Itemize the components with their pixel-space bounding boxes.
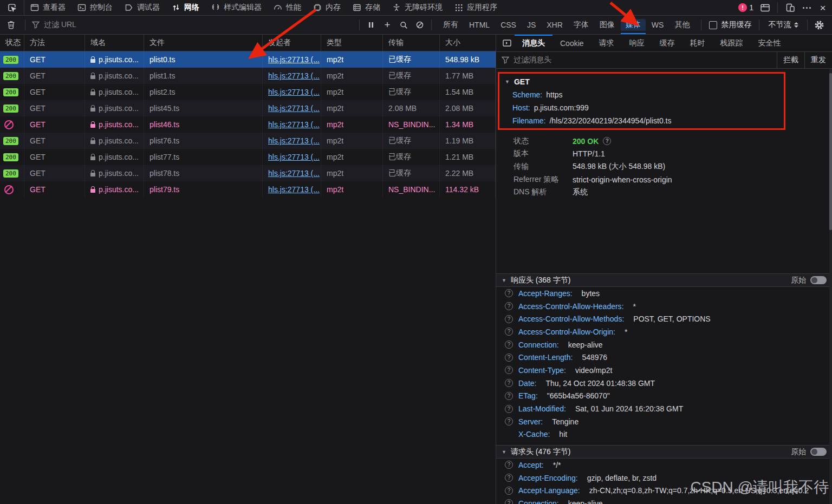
initiator-link[interactable]: hls.js:27713 (... [268,71,320,80]
help-icon[interactable]: ? [505,417,513,426]
column-header-3[interactable]: 域名 [85,35,144,51]
help-icon[interactable]: ? [505,315,513,323]
new-request-button[interactable]: + [379,18,395,32]
block-url-button[interactable]: 拦截 [777,52,804,68]
devtools-tab-5[interactable]: 样式编辑器 [205,0,268,15]
devtools-tab-7[interactable]: 内存 [307,0,347,15]
devtools-tab-8[interactable]: 存储 [347,0,386,15]
devtools-tab-6[interactable]: 性能 [268,0,307,15]
cell-initiator: hls.js:27713 (... [263,149,321,165]
help-icon[interactable]: ? [505,499,513,504]
storage-icon [353,3,361,12]
help-icon[interactable]: ? [505,405,513,413]
details-tab-Cookie[interactable]: Cookie [552,35,592,51]
details-tab-响应[interactable]: 响应 [622,35,652,51]
column-header-7[interactable]: 传输 [383,35,440,51]
devtools-tab-3[interactable]: 调试器 [119,0,166,15]
block-request-button[interactable] [412,18,428,32]
filter-chip-XHR[interactable]: XHR [542,19,568,31]
details-tab-缓存[interactable]: 缓存 [652,35,682,51]
table-row[interactable]: 200GETp.jisuts.co...plist77.tshls.js:277… [0,149,496,165]
help-icon[interactable]: ? [505,487,513,495]
column-header-6[interactable]: 类型 [321,35,383,51]
resend-button[interactable]: 重发 [804,52,832,68]
filter-chip-其他[interactable]: 其他 [670,19,694,31]
details-tab-安全性[interactable]: 安全性 [751,35,789,51]
table-row[interactable]: 200GETp.jisuts.co...plist0.tshls.js:2771… [0,51,496,68]
initiator-link[interactable]: hls.js:27713 (... [268,136,320,145]
table-row[interactable]: 200GETp.jisuts.co...plist78.tshls.js:277… [0,165,496,181]
filter-url-input[interactable]: 过滤 URL [29,20,356,30]
details-tab-消息头[interactable]: 消息头 [515,35,552,51]
devtools-tab-1[interactable]: 查看器 [24,0,72,15]
close-devtools-button[interactable]: × [816,1,830,14]
split-console-button[interactable] [758,1,772,14]
filter-chip-CSS[interactable]: CSS [496,19,521,31]
column-header-4[interactable]: 文件 [144,35,263,51]
table-row[interactable]: 200GETp.jisuts.co...plist45.tshls.js:277… [0,100,496,116]
column-header-1[interactable]: 状态 [0,35,24,51]
devtools-tab-2[interactable]: 控制台 [72,0,119,15]
initiator-link[interactable]: hls.js:27713 (... [268,169,320,178]
scrollbar-thumb[interactable] [829,73,832,230]
help-icon[interactable]: ? [505,461,513,469]
help-icon[interactable]: ? [505,289,513,297]
column-header-2[interactable]: 方法 [24,35,85,51]
details-tab-请求[interactable]: 请求 [592,35,622,51]
table-row[interactable]: 200GETp.jisuts.co...plist1.tshls.js:2771… [0,68,496,84]
help-icon[interactable]: ? [505,392,513,400]
initiator-link[interactable]: hls.js:27713 (... [268,55,320,64]
search-button[interactable] [395,18,412,32]
responsive-mode-button[interactable] [783,1,797,14]
filter-chip-字体[interactable]: 字体 [569,19,594,31]
cell-size: 2.08 MB [440,100,496,116]
filter-chip-JS[interactable]: JS [522,19,541,31]
filter-chip-HTML[interactable]: HTML [464,19,495,31]
filter-chip-所有[interactable]: 所有 [438,19,463,31]
devtools-tab-9[interactable]: 无障碍环境 [386,0,448,15]
details-scrollbar[interactable] [829,69,832,504]
raw-toggle[interactable] [810,448,827,456]
help-icon[interactable]: ? [505,341,513,349]
table-row[interactable]: GETp.jisuts.co...plist79.tshls.js:27713 … [0,181,496,198]
error-count-badge[interactable]: ! 1 [738,3,753,12]
help-icon[interactable]: ? [505,379,513,387]
help-icon[interactable]: ? [505,302,513,310]
help-icon[interactable]: ? [505,328,513,336]
pause-traffic-button[interactable] [363,18,379,32]
initiator-link[interactable]: hls.js:27713 (... [268,185,320,194]
summary-method-row[interactable]: ▼ GET [505,75,784,88]
collapse-panel-button[interactable] [499,35,515,51]
initiator-link[interactable]: hls.js:27713 (... [268,153,320,161]
help-icon[interactable]: ? [505,366,513,374]
table-row[interactable]: GETp.jisuts.co...plist46.tshls.js:27713 … [0,116,496,133]
raw-toggle[interactable] [810,276,827,284]
table-row[interactable]: 200GETp.jisuts.co...plist76.tshls.js:277… [0,133,496,149]
help-icon[interactable]: ? [603,137,611,145]
devtools-tab-4[interactable]: 网络 [166,0,205,15]
filter-chip-图像[interactable]: 图像 [595,19,620,31]
initiator-link[interactable]: hls.js:27713 (... [268,104,320,113]
table-row[interactable]: 200GETp.jisuts.co...plist2.tshls.js:2771… [0,84,496,100]
menu-button[interactable] [800,1,814,14]
column-header-5[interactable]: 发起者 [263,35,321,51]
filter-chip-媒体[interactable]: 媒体 [621,19,646,31]
clear-requests-button[interactable] [0,21,22,29]
help-icon[interactable]: ? [505,474,513,482]
column-header-8[interactable]: 大小 [440,35,496,51]
throttling-select[interactable]: 不节流 [763,20,804,30]
devtools-tab-10[interactable]: 应用程序 [448,0,503,15]
details-tab-栈跟踪[interactable]: 栈跟踪 [713,35,751,51]
split-console-icon [760,4,770,12]
filter-headers-input[interactable]: 过滤消息头 [514,55,777,65]
initiator-link[interactable]: hls.js:27713 (... [268,120,320,129]
response-headers-section[interactable]: ▼ 响应头 (368 字节) 原始 [496,273,832,287]
disable-cache-checkbox[interactable]: 禁用缓存 [705,20,756,30]
details-tab-耗时[interactable]: 耗时 [682,35,713,51]
pick-element-button[interactable] [0,0,24,15]
help-icon[interactable]: ? [505,354,513,362]
initiator-link[interactable]: hls.js:27713 (... [268,88,320,96]
filter-chip-WS[interactable]: WS [647,19,669,31]
request-headers-section[interactable]: ▼ 请求头 (476 字节) 原始 [496,445,832,459]
network-settings-button[interactable] [811,18,827,32]
